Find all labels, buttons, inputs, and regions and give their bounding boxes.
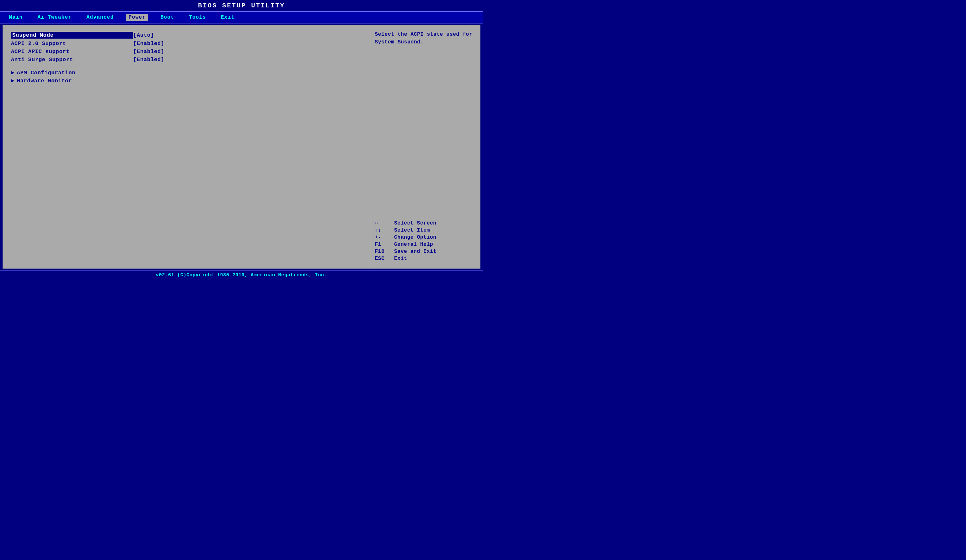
menu-item-tools[interactable]: Tools: [186, 14, 209, 21]
key-row-3: F1General Help: [375, 242, 475, 247]
keys-section: ↔Select Screen↑↓Select Item+-Change Opti…: [375, 220, 475, 263]
settings-row-3: Anti Surge Support[Enabled]: [11, 57, 362, 63]
key-symbol-4: F10: [375, 249, 394, 254]
title-text: BIOS SETUP UTILITY: [198, 2, 285, 9]
key-symbol-1: ↑↓: [375, 228, 394, 233]
title-bar: BIOS SETUP UTILITY: [0, 0, 483, 11]
menu-item-exit[interactable]: Exit: [219, 14, 237, 21]
menu-item-power[interactable]: Power: [126, 14, 148, 21]
menu-item-boot[interactable]: Boot: [158, 14, 176, 21]
settings-value-2: [Enabled]: [133, 49, 164, 55]
key-description-0: Select Screen: [394, 220, 436, 226]
bios-container: BIOS SETUP UTILITY MainAi TweakerAdvance…: [0, 0, 483, 280]
settings-value-0: [Auto]: [133, 32, 154, 38]
settings-label-1[interactable]: ACPI 2.0 Support: [11, 41, 133, 47]
help-text: Select the ACPI state used for System Su…: [375, 31, 475, 220]
settings-label-0[interactable]: Suspend Mode: [11, 32, 133, 39]
key-description-4: Save and Exit: [394, 249, 436, 254]
key-row-0: ↔Select Screen: [375, 220, 475, 226]
key-row-1: ↑↓Select Item: [375, 228, 475, 233]
settings-value-3: [Enabled]: [133, 57, 164, 63]
key-symbol-3: F1: [375, 242, 394, 247]
menu-bar: MainAi TweakerAdvancedPowerBootToolsExit: [0, 11, 483, 23]
submenu-item-0[interactable]: ►APM Configuration: [11, 70, 362, 76]
menu-item-ai-tweaker[interactable]: Ai Tweaker: [35, 14, 74, 21]
key-symbol-0: ↔: [375, 220, 394, 226]
settings-label-2[interactable]: ACPI APIC support: [11, 49, 133, 55]
submenu-label-1: Hardware Monitor: [17, 78, 72, 84]
key-row-5: ESCExit: [375, 256, 475, 262]
menu-item-main[interactable]: Main: [7, 14, 25, 21]
key-description-1: Select Item: [394, 228, 430, 233]
submenu-label-0: APM Configuration: [17, 70, 76, 76]
submenu-item-1[interactable]: ►Hardware Monitor: [11, 78, 362, 84]
footer-text: v02.61 (C)Copyright 1985-2010, American …: [156, 272, 327, 278]
settings-row-0: Suspend Mode[Auto]: [11, 32, 362, 39]
key-row-2: +-Change Option: [375, 234, 475, 240]
key-symbol-2: +-: [375, 234, 394, 240]
settings-label-3[interactable]: Anti Surge Support: [11, 57, 133, 63]
menu-item-advanced[interactable]: Advanced: [84, 14, 116, 21]
footer-bar: v02.61 (C)Copyright 1985-2010, American …: [0, 270, 483, 280]
main-panel: Suspend Mode[Auto]ACPI 2.0 Support[Enabl…: [3, 25, 370, 268]
submenu-arrow-icon-1: ►: [11, 78, 14, 84]
key-row-4: F10Save and Exit: [375, 249, 475, 254]
help-panel: Select the ACPI state used for System Su…: [370, 25, 480, 268]
key-description-2: Change Option: [394, 234, 436, 240]
content-area: Suspend Mode[Auto]ACPI 2.0 Support[Enabl…: [3, 25, 480, 269]
settings-row-1: ACPI 2.0 Support[Enabled]: [11, 41, 362, 47]
key-description-3: General Help: [394, 242, 433, 247]
submenu-arrow-icon-0: ►: [11, 70, 14, 76]
settings-row-2: ACPI APIC support[Enabled]: [11, 49, 362, 55]
key-symbol-5: ESC: [375, 256, 394, 262]
key-description-5: Exit: [394, 256, 407, 262]
settings-value-1: [Enabled]: [133, 41, 164, 47]
